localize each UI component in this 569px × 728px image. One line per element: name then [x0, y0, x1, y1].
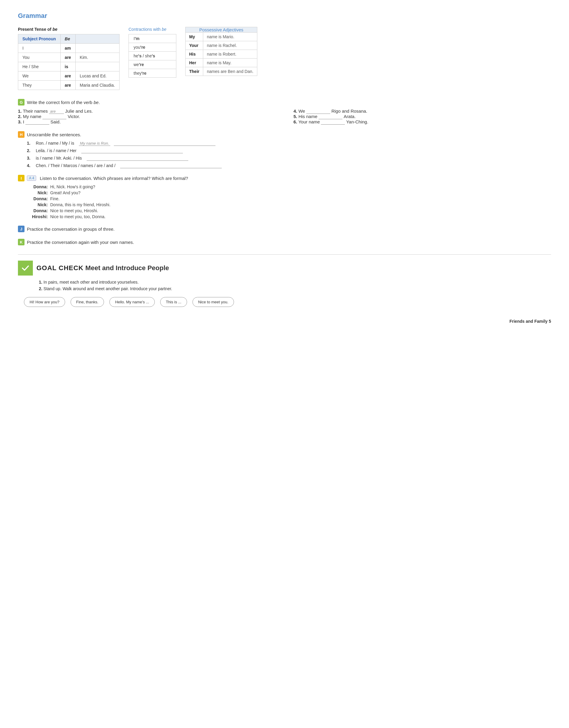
blank-field[interactable] — [114, 141, 215, 146]
possessive-example-cell: names are Ben and Dan. — [203, 67, 257, 76]
conv-speaker: Nick: — [27, 190, 48, 195]
exercise-k-header: K Practice the conversation again with y… — [18, 239, 551, 245]
contraction-cell: they're — [129, 69, 176, 78]
blank-field[interactable] — [25, 119, 49, 125]
list-item: 2. Leila. / is / name / Her — [27, 148, 551, 153]
unscramble-answer: My name is Ron. — [79, 141, 110, 146]
speech-bubble: Hi! How are you? — [24, 297, 65, 307]
item-number: 2. — [18, 114, 22, 119]
goal-check-icon — [18, 261, 33, 276]
exercise-j-instruction: Practice the conversation in groups of t… — [27, 227, 115, 232]
list-item: 4. Chen. / Their / Marcos / names / are … — [27, 163, 551, 168]
list-item: Nick: Great! And you? — [27, 190, 551, 195]
table-row: We are Lucas and Ed. — [18, 71, 120, 81]
item-number: 1. — [39, 280, 42, 285]
subject-cell: He / She — [18, 62, 61, 71]
possessive-example-cell: name is May. — [203, 59, 257, 67]
subject-cell: You — [18, 53, 61, 62]
list-item: My name is Mario. — [186, 33, 257, 41]
goal-check-label: GOAL CHECK — [36, 264, 84, 272]
col-header-subject: Subject Pronoun — [18, 34, 61, 44]
badge-i: I — [18, 175, 25, 181]
present-tense-table: Subject Pronoun Be I am You are Kim. He … — [18, 34, 120, 90]
conv-text: Fine. — [50, 196, 59, 201]
possessive-section: Possessive Adjectives My name is Mario. … — [185, 27, 257, 76]
pronoun-cell: Her — [186, 59, 203, 67]
subject-cell: They — [18, 81, 61, 90]
blank-field[interactable] — [321, 119, 345, 125]
blank-field[interactable] — [42, 114, 66, 119]
pronoun-cell: My — [186, 33, 203, 41]
pronoun-cell: His — [186, 50, 203, 59]
exercise-j: J Practice the conversation in groups of… — [18, 226, 551, 232]
exercise-g-items: 1. Their names are Julie and Les.2. My n… — [18, 108, 551, 125]
table-row: I am — [18, 44, 120, 53]
be-cell: are — [60, 71, 75, 81]
list-item: Donna: Fine. — [27, 196, 551, 201]
badge-k: K — [18, 239, 25, 245]
present-tense-section: Present Tense of be Subject Pronoun Be I… — [18, 27, 120, 90]
badge-j: J — [18, 226, 25, 232]
audio-badge[interactable]: A 4 — [27, 175, 36, 181]
be-cell: am — [60, 44, 75, 53]
list-item: Your name is Rachel. — [186, 41, 257, 50]
list-item: he's / she's — [129, 52, 176, 60]
contractions-heading: Contractions with be — [129, 27, 176, 32]
blank-field[interactable] — [87, 156, 188, 161]
list-item: 6. Your name Yan-Ching. — [293, 119, 551, 125]
possessive-example-cell: name is Mario. — [203, 33, 257, 41]
list-item: 1. Ron. / name / My / is My name is Ron. — [27, 141, 551, 146]
speech-bubbles-row: Hi! How are you?Fine, thanks.Hello. My n… — [18, 297, 551, 307]
conv-speaker: Hiroshi: — [27, 214, 48, 219]
badge-h: H — [18, 131, 25, 138]
conv-speaker: Donna: — [27, 196, 48, 201]
list-item: 2. My name Victor. — [18, 114, 276, 119]
list-item: Their names are Ben and Dan. — [186, 67, 257, 76]
list-item: Donna: Hi, Nick. How's it going? — [27, 184, 551, 189]
exercise-h-instruction: Unscramble the sentences. — [27, 132, 81, 137]
list-item: 3. I Said. — [18, 119, 276, 125]
goal-check-subtitle: Meet and Introduce People — [84, 264, 169, 272]
blank-field[interactable] — [81, 148, 183, 153]
item-number: 6. — [293, 119, 297, 124]
contraction-cell: he's / she's — [129, 52, 176, 60]
exercise-i-header: I A 4 Listen to the conversation. Which … — [18, 175, 551, 181]
possessive-heading: Possessive Adjectives — [186, 27, 257, 33]
blank-field[interactable] — [306, 108, 330, 114]
blank-field[interactable] — [120, 163, 222, 168]
pronoun-cell: Your — [186, 41, 203, 50]
list-item: His name is Robert. — [186, 50, 257, 59]
conv-speaker: Donna: — [27, 184, 48, 189]
present-tense-heading: Present Tense of be — [18, 27, 120, 32]
list-item: Donna: Nice to meet you, Hiroshi. — [27, 208, 551, 213]
list-item: 1. In pairs, meet each other and introdu… — [39, 280, 551, 285]
list-item: 1. Their names are Julie and Les. — [18, 108, 276, 114]
goal-check-header: GOAL CHECK Meet and Introduce People — [18, 261, 551, 276]
list-item: Nick: Donna, this is my friend, Hiroshi. — [27, 202, 551, 207]
possessive-table: Possessive Adjectives My name is Mario. … — [185, 27, 257, 76]
page-title: Grammar — [18, 12, 551, 20]
be-cell: are — [60, 81, 75, 90]
table-row: You are Kim. — [18, 53, 120, 62]
example-cell: Kim. — [75, 53, 119, 62]
exercise-g-header: G Write the correct form of the verb be. — [18, 99, 551, 105]
possessive-example-cell: name is Rachel. — [203, 41, 257, 50]
pronoun-cell: Their — [186, 67, 203, 76]
item-number: 2. — [27, 148, 32, 153]
page-footer: Friends and Family 5 — [18, 319, 551, 324]
item-number: 4. — [27, 163, 32, 168]
blank-field[interactable] — [319, 114, 342, 119]
checkmark-icon — [21, 264, 30, 272]
exercise-i-instruction: Listen to the conversation. Which phrase… — [40, 176, 188, 181]
footer-text: Friends and Family 5 — [510, 319, 551, 324]
goal-check-divider — [18, 254, 551, 255]
item-number: 4. — [293, 108, 297, 114]
table-row: They are Maria and Claudia. — [18, 81, 120, 90]
subject-cell: I — [18, 44, 61, 53]
col-header-example — [75, 34, 119, 44]
contractions-table: I'myou'rehe's / she'swe'rethey're — [129, 34, 176, 78]
example-cell — [75, 44, 119, 53]
goal-check-title: GOAL CHECK Meet and Introduce People — [36, 264, 169, 272]
list-item: 2. Stand up. Walk around and meet anothe… — [39, 286, 551, 291]
subject-cell: We — [18, 71, 61, 81]
